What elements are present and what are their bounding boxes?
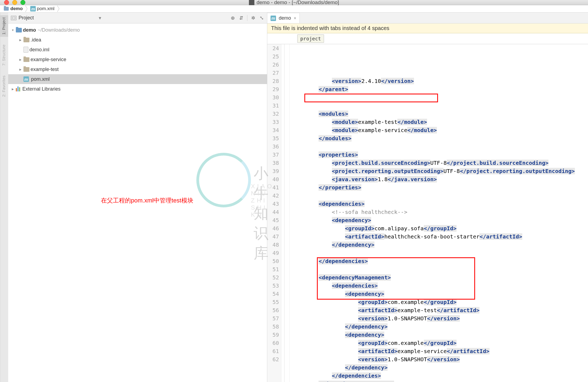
code-line-29[interactable]: <module>example-test</module>: [292, 118, 588, 126]
libraries-icon: [16, 86, 21, 91]
gear-icon[interactable]: ✲: [251, 14, 256, 22]
breadcrumb-file[interactable]: m pom.xml: [28, 5, 57, 12]
code-line-45[interactable]: [292, 249, 588, 257]
project-panel-title: Project: [19, 15, 34, 21]
code-content[interactable]: <version>2.4.10</version> </parent> <mod…: [290, 44, 588, 382]
sidebar-tab-favorites[interactable]: 2: Favorites: [0, 73, 8, 99]
collapse-icon[interactable]: ⇵: [239, 14, 244, 22]
code-line-38[interactable]: [292, 192, 588, 200]
xml-breadcrumb-project[interactable]: project: [297, 34, 324, 43]
fold-gutter[interactable]: [281, 44, 290, 382]
tree-root[interactable]: demo~/Downloads/demo: [8, 25, 267, 35]
line-number-gutter[interactable]: 2425262728293031323334353637383940414243…: [267, 44, 281, 382]
code-line-36[interactable]: <java.version>1.8</java.version>: [292, 175, 588, 183]
code-line-60[interactable]: </dependencies>: [292, 372, 588, 380]
code-line-49[interactable]: <dependencies>: [292, 282, 588, 290]
maven-file-icon: m: [271, 16, 276, 21]
dropdown-icon[interactable]: ▾: [99, 15, 101, 21]
breadcrumb-file-label: pom.xml: [37, 6, 54, 11]
expand-arrow-icon[interactable]: [11, 87, 15, 91]
code-line-42[interactable]: <groupId>com.alipay.sofa</groupId>: [292, 224, 588, 232]
tree-item-label: example-test: [31, 67, 59, 72]
close-tab-icon[interactable]: ×: [294, 16, 296, 21]
expand-arrow-icon[interactable]: [19, 67, 22, 71]
app-icon: [249, 0, 254, 5]
breadcrumb-root[interactable]: demo: [2, 5, 25, 12]
code-line-43[interactable]: <artifactId>healthcheck-sofa-boot-starte…: [292, 232, 588, 241]
left-tool-strip: 2: Favorites 7: Structure 1: Project: [0, 13, 8, 382]
tree-external-libraries[interactable]: External Libraries: [8, 84, 267, 94]
folder-icon: [23, 38, 29, 42]
maven-file-icon: m: [30, 6, 36, 11]
annotation-text: 在父工程的pom.xml中管理test模块: [101, 196, 193, 205]
close-window-button[interactable]: [4, 0, 9, 5]
code-line-40[interactable]: <!--sofa healthcheck-->: [292, 208, 588, 216]
tree-item-label: demo.iml: [29, 47, 49, 53]
code-line-37[interactable]: </properties>: [292, 183, 588, 192]
sidebar-tab-project[interactable]: 1: Project: [0, 15, 8, 37]
code-line-56[interactable]: <groupId>com.example</groupId>: [292, 339, 588, 347]
code-line-31[interactable]: </modules>: [292, 134, 588, 142]
code-line-59[interactable]: </dependency>: [292, 363, 588, 372]
code-line-34[interactable]: <project.build.sourceEncoding>UTF-8</pro…: [292, 159, 588, 167]
window-titlebar: demo - demo - [~/Downloads/demo]: [0, 0, 588, 5]
code-line-35[interactable]: <project.reporting.outputEncoding>UTF-8<…: [292, 167, 588, 175]
code-line-28[interactable]: <modules>: [292, 110, 588, 118]
tree-item-pom-xml[interactable]: mpom.xml: [8, 74, 267, 84]
code-line-24[interactable]: <version>2.4.10</version>: [292, 77, 588, 85]
code-line-46[interactable]: </dependencies>: [292, 257, 588, 265]
project-view-icon: [11, 16, 16, 20]
separator: [247, 15, 247, 21]
tree-item-demo-iml[interactable]: demo.iml: [8, 45, 267, 55]
navigation-bar: demo m pom.xml: [0, 5, 588, 13]
code-line-33[interactable]: <properties>: [292, 151, 588, 159]
expand-arrow-icon[interactable]: [19, 38, 22, 42]
code-line-55[interactable]: <dependency>: [292, 331, 588, 339]
code-line-57[interactable]: <artifactId>example-service</artifactId>: [292, 347, 588, 355]
tree-item-example-test[interactable]: example-test: [8, 64, 267, 74]
code-line-30[interactable]: <module>example-service</module>: [292, 126, 588, 134]
code-line-52[interactable]: <artifactId>example-test</artifactId>: [292, 306, 588, 314]
code-line-58[interactable]: <version>1.0-SNAPSHOT</version>: [292, 355, 588, 363]
editor-tab-demo[interactable]: m demo ×: [267, 13, 300, 23]
code-line-61[interactable]: </dependencyManagement>: [292, 380, 588, 382]
code-line-41[interactable]: <dependency>: [292, 216, 588, 224]
code-line-50[interactable]: <dependency>: [292, 290, 588, 298]
module-folder-icon: [16, 28, 22, 32]
code-line-47[interactable]: [292, 265, 588, 273]
code-line-53[interactable]: <version>1.0-SNAPSHOT</version>: [292, 314, 588, 323]
breadcrumb-root-label: demo: [10, 6, 23, 11]
code-line-32[interactable]: [292, 142, 588, 151]
tree-root-path: ~/Downloads/demo: [38, 27, 80, 33]
tree-item--idea[interactable]: .idea: [8, 35, 267, 45]
code-line-44[interactable]: </dependency>: [292, 241, 588, 249]
minimize-window-button[interactable]: [12, 0, 17, 5]
code-line-48[interactable]: <dependencyManagement>: [292, 273, 588, 282]
tree-item-label: example-service: [31, 57, 66, 62]
editor-tab-label: demo: [279, 15, 291, 21]
code-line-25[interactable]: </parent>: [292, 85, 588, 93]
indentation-warning-banner[interactable]: This file is indented with tabs instead …: [267, 23, 588, 33]
window-title: demo - demo - [~/Downloads/demo]: [257, 0, 339, 5]
expand-arrow-icon[interactable]: [11, 28, 15, 32]
code-line-27[interactable]: [292, 102, 588, 110]
code-line-54[interactable]: </dependency>: [292, 323, 588, 331]
code-line-39[interactable]: <dependencies>: [292, 200, 588, 208]
hide-icon[interactable]: ⤡: [259, 14, 264, 22]
code-editor[interactable]: 2425262728293031323334353637383940414243…: [267, 44, 588, 382]
folder-icon: [23, 57, 29, 62]
folder-icon: [23, 67, 29, 72]
target-icon[interactable]: ⊕: [230, 14, 235, 22]
tree-item-label: pom.xml: [31, 76, 50, 82]
sidebar-tab-structure[interactable]: 7: Structure: [0, 42, 8, 68]
code-line-26[interactable]: [292, 93, 588, 102]
folder-icon: [4, 7, 9, 11]
zoom-window-button[interactable]: [20, 0, 25, 5]
external-libraries-label: External Libraries: [22, 86, 61, 92]
tree-item-label: .idea: [31, 37, 41, 43]
editor-area: m demo × This file is indented with tabs…: [267, 13, 588, 382]
expand-arrow-icon[interactable]: [19, 58, 22, 61]
code-line-51[interactable]: <groupId>com.example</groupId>: [292, 298, 588, 306]
file-icon: [23, 47, 28, 53]
tree-item-example-service[interactable]: example-service: [8, 55, 267, 64]
